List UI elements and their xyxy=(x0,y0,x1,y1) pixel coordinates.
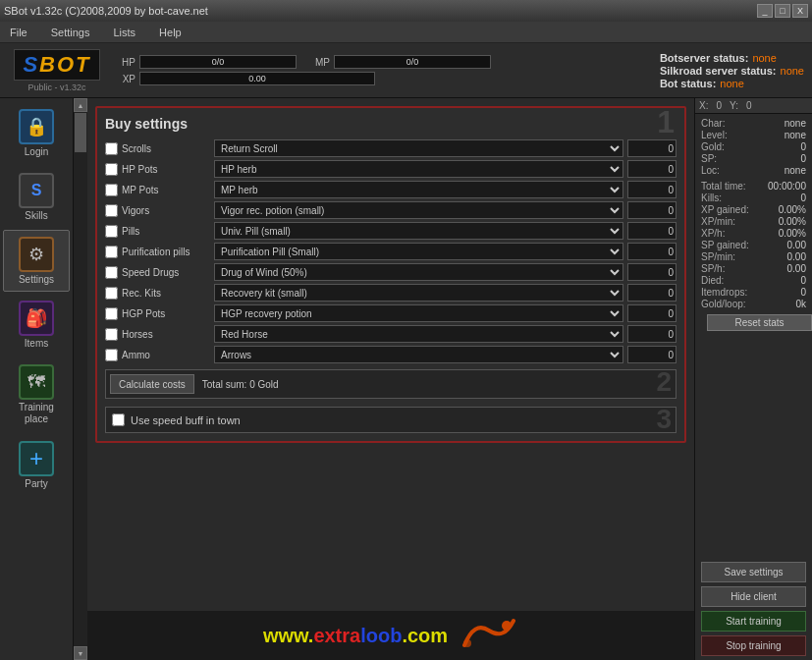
stat-row: Char:none xyxy=(701,118,806,129)
hide-client-button[interactable]: Hide client xyxy=(701,586,806,607)
stat-row: SP:0 xyxy=(701,153,806,164)
watermark-text: www.extraloob.com xyxy=(263,625,448,647)
total-sum-label: Total sum: 0 Gold xyxy=(202,379,279,390)
x-label: X: xyxy=(699,100,708,111)
buy-row-speed-drugs: Speed Drugs Drug of Wind (50%) xyxy=(105,263,677,281)
buy-checkbox-hp-pots[interactable] xyxy=(105,163,118,176)
buy-checkbox-vigors[interactable] xyxy=(105,204,118,217)
menu-help[interactable]: Help xyxy=(153,25,188,40)
buy-qty-mp-pots[interactable] xyxy=(627,181,677,198)
buy-row-scrolls: Scrolls Return Scroll xyxy=(105,139,677,157)
scroll-track xyxy=(74,112,87,646)
buy-checkbox-horses[interactable] xyxy=(105,328,118,341)
stats2-container: Total time:00:00:00Kills:0XP gained:0.00… xyxy=(701,181,806,309)
sidebar-label-skills: Skills xyxy=(25,210,47,221)
calculate-costs-button[interactable]: Calculate costs xyxy=(110,374,194,394)
buy-qty-speed-drugs[interactable] xyxy=(627,263,677,281)
hp-bar-row: HP 0/0 MP 0/0 xyxy=(114,55,640,69)
menu-settings[interactable]: Settings xyxy=(45,25,96,40)
coords-bar: X: 0 Y: 0 xyxy=(695,98,812,114)
stat-row: Loc:none xyxy=(701,165,806,176)
sidebar-item-party[interactable]: + Party xyxy=(3,434,70,496)
sidebar-label-login: Login xyxy=(25,146,48,157)
watermark-logo-icon xyxy=(460,616,518,655)
close-button[interactable]: X xyxy=(792,4,808,18)
buy-select-speed-drugs[interactable]: Drug of Wind (50%) xyxy=(214,263,623,281)
version-text: Public - v1.32c xyxy=(27,82,85,92)
buy-select-horses[interactable]: Red Horse xyxy=(214,325,623,343)
section-3-label: 3 xyxy=(656,404,672,435)
stat-row: Kills:0 xyxy=(701,192,806,203)
menu-file[interactable]: File xyxy=(4,25,33,40)
buy-checkbox-pills[interactable] xyxy=(105,225,118,238)
settings-icon: ⚙ xyxy=(19,237,54,272)
buy-qty-scrolls[interactable] xyxy=(627,139,677,157)
buy-select-ammo[interactable]: Arrows xyxy=(214,346,623,363)
stat-row: XP/min:0.00% xyxy=(701,216,806,227)
stat-row: Died:0 xyxy=(701,275,806,286)
speed-buff-row: Use speed buff in town 3 xyxy=(105,407,677,433)
buy-select-scrolls[interactable]: Return Scroll xyxy=(214,139,623,157)
buy-select-vigors[interactable]: Vigor rec. potion (small) xyxy=(214,201,623,219)
header: SBOT Public - v1.32c HP 0/0 MP 0/0 XP xyxy=(0,43,812,98)
sidebar-item-settings[interactable]: ⚙ Settings xyxy=(3,230,70,292)
xp-bar-row: XP 0.00 xyxy=(114,72,640,85)
buy-qty-pills[interactable] xyxy=(627,222,677,240)
watermark-area: www.extraloob.com xyxy=(87,611,694,660)
buy-checkbox-ammo[interactable] xyxy=(105,349,118,361)
speed-buff-label: Use speed buff in town xyxy=(131,414,241,426)
sidebar: 🔒 Login S Skills ⚙ Settings 🎒 Items 🗺 Tr… xyxy=(0,98,74,660)
scroll-up-button[interactable]: ▲ xyxy=(74,98,87,112)
maximize-button[interactable]: □ xyxy=(775,4,790,18)
save-settings-button[interactable]: Save settings xyxy=(701,562,806,582)
buy-row-horses: Horses Red Horse xyxy=(105,325,677,343)
training-place-icon: 🗺 xyxy=(19,364,54,400)
sidebar-item-skills[interactable]: S Skills xyxy=(3,166,70,228)
buy-select-mp-pots[interactable]: MP herb xyxy=(214,181,623,198)
stop-training-button[interactable]: Stop training xyxy=(701,635,806,656)
buy-qty-hgp-pots[interactable] xyxy=(627,304,677,322)
buy-checkbox-mp-pots[interactable] xyxy=(105,184,118,196)
wm-extra: extra xyxy=(313,625,360,646)
start-training-button[interactable]: Start training xyxy=(701,611,806,632)
buy-checkbox-scrolls[interactable] xyxy=(105,142,118,155)
xp-value: 0.00 xyxy=(140,73,374,84)
sidebar-item-training-place[interactable]: 🗺 Training place xyxy=(3,358,70,432)
buy-select-hp-pots[interactable]: HP herb xyxy=(214,160,623,178)
scroll-thumb xyxy=(75,113,86,152)
buy-select-pills[interactable]: Univ. Pill (small) xyxy=(214,222,623,240)
header-bars: HP 0/0 MP 0/0 XP 0.00 xyxy=(114,55,640,85)
x-value: 0 xyxy=(716,100,722,111)
stat-row: Total time:00:00:00 xyxy=(701,181,806,192)
menu-lists[interactable]: Lists xyxy=(107,25,141,40)
buy-qty-vigors[interactable] xyxy=(627,201,677,219)
buy-select-purification-pills[interactable]: Purification Pill (Small) xyxy=(214,243,623,260)
reset-stats-button[interactable]: Reset stats xyxy=(707,314,812,331)
sidebar-item-items[interactable]: 🎒 Items xyxy=(3,294,70,356)
buy-checkbox-hgp-pots[interactable] xyxy=(105,307,118,320)
stat-row: Level:none xyxy=(701,130,806,140)
logo: SBOT Public - v1.32c xyxy=(8,49,106,92)
buy-qty-rec-kits[interactable] xyxy=(627,284,677,302)
botserver-val: none xyxy=(752,52,776,64)
minimize-button[interactable]: _ xyxy=(757,4,773,18)
hp-bar: 0/0 xyxy=(139,55,297,69)
buy-qty-ammo[interactable] xyxy=(627,346,677,363)
sidebar-item-login[interactable]: 🔒 Login xyxy=(3,102,70,164)
left-scrollbar: ▲ ▼ xyxy=(74,98,87,660)
stat-row: SP/min:0.00 xyxy=(701,251,806,262)
stat-row: XP/h:0.00% xyxy=(701,228,806,239)
buy-qty-horses[interactable] xyxy=(627,325,677,343)
menu-bar: File Settings Lists Help xyxy=(0,22,812,43)
buy-checkbox-rec-kits[interactable] xyxy=(105,287,118,300)
buy-qty-purification-pills[interactable] xyxy=(627,243,677,260)
buy-checkbox-speed-drugs[interactable] xyxy=(105,266,118,279)
buy-checkbox-purification-pills[interactable] xyxy=(105,246,118,258)
silkroad-label: Silkroad server status: xyxy=(660,65,777,77)
buy-qty-hp-pots[interactable] xyxy=(627,160,677,178)
speed-buff-checkbox[interactable] xyxy=(112,413,125,426)
buy-select-rec-kits[interactable]: Recovery kit (small) xyxy=(214,284,623,302)
scroll-down-button[interactable]: ▼ xyxy=(74,646,87,660)
buy-select-hgp-pots[interactable]: HGP recovery potion xyxy=(214,304,623,322)
sidebar-label-training-place: Training place xyxy=(8,402,65,425)
